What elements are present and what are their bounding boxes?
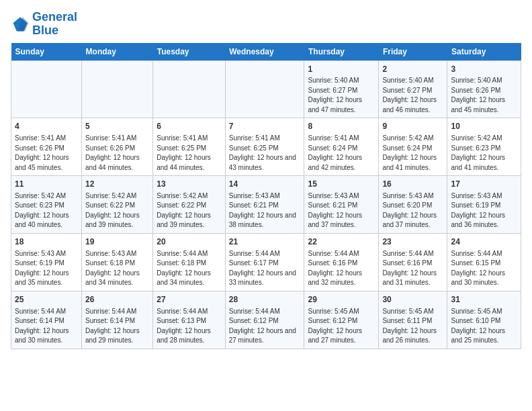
calendar-cell: 6Sunrise: 5:41 AM Sunset: 6:25 PM Daylig… xyxy=(153,118,226,176)
day-number: 24 xyxy=(451,236,517,248)
calendar-cell: 11Sunrise: 5:42 AM Sunset: 6:23 PM Dayli… xyxy=(11,176,82,234)
weekday-header: Friday xyxy=(379,43,447,61)
calendar-cell xyxy=(11,60,82,118)
calendar-week-row: 18Sunrise: 5:43 AM Sunset: 6:19 PM Dayli… xyxy=(11,233,521,291)
day-number: 16 xyxy=(382,179,443,190)
day-number: 9 xyxy=(382,121,443,132)
day-content: Sunrise: 5:42 AM Sunset: 6:22 PM Dayligh… xyxy=(157,191,222,230)
calendar-cell: 5Sunrise: 5:41 AM Sunset: 6:26 PM Daylig… xyxy=(82,118,153,176)
day-content: Sunrise: 5:43 AM Sunset: 6:19 PM Dayligh… xyxy=(451,191,517,230)
day-number: 5 xyxy=(85,121,149,132)
day-content: Sunrise: 5:44 AM Sunset: 6:12 PM Dayligh… xyxy=(229,307,301,346)
day-number: 25 xyxy=(15,294,78,306)
day-content: Sunrise: 5:43 AM Sunset: 6:20 PM Dayligh… xyxy=(382,191,443,230)
day-content: Sunrise: 5:45 AM Sunset: 6:10 PM Dayligh… xyxy=(451,307,517,346)
day-content: Sunrise: 5:44 AM Sunset: 6:13 PM Dayligh… xyxy=(157,307,222,346)
calendar-cell: 15Sunrise: 5:43 AM Sunset: 6:21 PM Dayli… xyxy=(304,176,379,234)
calendar-cell: 3Sunrise: 5:40 AM Sunset: 6:26 PM Daylig… xyxy=(447,60,521,118)
calendar-cell: 19Sunrise: 5:43 AM Sunset: 6:18 PM Dayli… xyxy=(82,233,153,291)
weekday-header: Thursday xyxy=(304,43,379,61)
calendar-week-row: 4Sunrise: 5:41 AM Sunset: 6:26 PM Daylig… xyxy=(11,118,521,176)
day-number: 14 xyxy=(229,179,301,190)
weekday-header: Monday xyxy=(82,43,153,61)
calendar-cell xyxy=(225,60,304,118)
day-content: Sunrise: 5:40 AM Sunset: 6:27 PM Dayligh… xyxy=(308,76,375,115)
day-content: Sunrise: 5:41 AM Sunset: 6:25 PM Dayligh… xyxy=(229,134,301,173)
calendar-cell: 25Sunrise: 5:44 AM Sunset: 6:14 PM Dayli… xyxy=(11,291,82,349)
calendar-cell: 18Sunrise: 5:43 AM Sunset: 6:19 PM Dayli… xyxy=(11,233,82,291)
day-content: Sunrise: 5:44 AM Sunset: 6:18 PM Dayligh… xyxy=(157,249,222,288)
calendar-cell: 16Sunrise: 5:43 AM Sunset: 6:20 PM Dayli… xyxy=(379,176,447,234)
calendar-week-row: 11Sunrise: 5:42 AM Sunset: 6:23 PM Dayli… xyxy=(11,176,521,234)
page-header: General Blue xyxy=(11,11,521,38)
weekday-header: Tuesday xyxy=(153,43,226,61)
calendar-cell: 2Sunrise: 5:40 AM Sunset: 6:27 PM Daylig… xyxy=(379,60,447,118)
day-content: Sunrise: 5:41 AM Sunset: 6:25 PM Dayligh… xyxy=(157,134,222,173)
day-content: Sunrise: 5:45 AM Sunset: 6:11 PM Dayligh… xyxy=(382,307,443,346)
calendar-cell: 29Sunrise: 5:45 AM Sunset: 6:12 PM Dayli… xyxy=(304,291,379,349)
calendar-cell: 10Sunrise: 5:42 AM Sunset: 6:23 PM Dayli… xyxy=(447,118,521,176)
day-content: Sunrise: 5:40 AM Sunset: 6:26 PM Dayligh… xyxy=(451,76,517,115)
calendar-cell: 27Sunrise: 5:44 AM Sunset: 6:13 PM Dayli… xyxy=(153,291,226,349)
logo-text: General Blue xyxy=(32,11,77,38)
calendar-cell: 26Sunrise: 5:44 AM Sunset: 6:14 PM Dayli… xyxy=(82,291,153,349)
day-number: 27 xyxy=(157,294,222,306)
logo-icon xyxy=(11,15,30,34)
day-content: Sunrise: 5:44 AM Sunset: 6:14 PM Dayligh… xyxy=(85,307,149,346)
day-number: 8 xyxy=(308,121,375,132)
day-content: Sunrise: 5:44 AM Sunset: 6:17 PM Dayligh… xyxy=(229,249,301,288)
calendar-cell: 21Sunrise: 5:44 AM Sunset: 6:17 PM Dayli… xyxy=(225,233,304,291)
day-number: 22 xyxy=(308,236,375,248)
calendar-cell: 22Sunrise: 5:44 AM Sunset: 6:16 PM Dayli… xyxy=(304,233,379,291)
day-content: Sunrise: 5:40 AM Sunset: 6:27 PM Dayligh… xyxy=(382,76,443,115)
calendar-cell: 9Sunrise: 5:42 AM Sunset: 6:24 PM Daylig… xyxy=(379,118,447,176)
calendar-cell: 12Sunrise: 5:42 AM Sunset: 6:22 PM Dayli… xyxy=(82,176,153,234)
day-content: Sunrise: 5:41 AM Sunset: 6:26 PM Dayligh… xyxy=(85,134,149,173)
calendar-cell: 7Sunrise: 5:41 AM Sunset: 6:25 PM Daylig… xyxy=(225,118,304,176)
day-number: 29 xyxy=(308,294,375,306)
day-number: 11 xyxy=(15,179,78,190)
calendar-cell xyxy=(153,60,226,118)
calendar-week-row: 25Sunrise: 5:44 AM Sunset: 6:14 PM Dayli… xyxy=(11,291,521,349)
calendar-cell: 23Sunrise: 5:44 AM Sunset: 6:16 PM Dayli… xyxy=(379,233,447,291)
day-content: Sunrise: 5:43 AM Sunset: 6:21 PM Dayligh… xyxy=(229,191,301,230)
day-number: 2 xyxy=(382,64,443,75)
day-content: Sunrise: 5:42 AM Sunset: 6:22 PM Dayligh… xyxy=(85,191,149,230)
day-number: 3 xyxy=(451,64,517,75)
day-number: 18 xyxy=(15,236,78,248)
day-content: Sunrise: 5:41 AM Sunset: 6:26 PM Dayligh… xyxy=(15,134,78,173)
day-number: 4 xyxy=(15,121,78,132)
day-number: 20 xyxy=(157,236,222,248)
day-content: Sunrise: 5:41 AM Sunset: 6:24 PM Dayligh… xyxy=(308,134,375,173)
day-number: 21 xyxy=(229,236,301,248)
day-number: 19 xyxy=(85,236,149,248)
calendar-cell: 31Sunrise: 5:45 AM Sunset: 6:10 PM Dayli… xyxy=(447,291,521,349)
day-number: 31 xyxy=(451,294,517,306)
day-content: Sunrise: 5:44 AM Sunset: 6:14 PM Dayligh… xyxy=(15,307,78,346)
calendar-week-row: 1Sunrise: 5:40 AM Sunset: 6:27 PM Daylig… xyxy=(11,60,521,118)
weekday-header: Sunday xyxy=(11,43,82,61)
day-number: 15 xyxy=(308,179,375,190)
day-content: Sunrise: 5:43 AM Sunset: 6:18 PM Dayligh… xyxy=(85,249,149,288)
calendar-cell: 28Sunrise: 5:44 AM Sunset: 6:12 PM Dayli… xyxy=(225,291,304,349)
day-number: 23 xyxy=(382,236,443,248)
logo: General Blue xyxy=(11,11,77,38)
calendar-cell: 30Sunrise: 5:45 AM Sunset: 6:11 PM Dayli… xyxy=(379,291,447,349)
calendar-cell: 20Sunrise: 5:44 AM Sunset: 6:18 PM Dayli… xyxy=(153,233,226,291)
calendar-cell: 1Sunrise: 5:40 AM Sunset: 6:27 PM Daylig… xyxy=(304,60,379,118)
calendar-cell: 13Sunrise: 5:42 AM Sunset: 6:22 PM Dayli… xyxy=(153,176,226,234)
weekday-header: Wednesday xyxy=(225,43,304,61)
weekday-header: Saturday xyxy=(447,43,521,61)
calendar-cell: 24Sunrise: 5:44 AM Sunset: 6:15 PM Dayli… xyxy=(447,233,521,291)
day-number: 28 xyxy=(229,294,301,306)
day-number: 6 xyxy=(157,121,222,132)
day-number: 13 xyxy=(157,179,222,190)
day-number: 17 xyxy=(451,179,517,190)
calendar-cell: 8Sunrise: 5:41 AM Sunset: 6:24 PM Daylig… xyxy=(304,118,379,176)
day-content: Sunrise: 5:42 AM Sunset: 6:23 PM Dayligh… xyxy=(15,191,78,230)
calendar-cell: 17Sunrise: 5:43 AM Sunset: 6:19 PM Dayli… xyxy=(447,176,521,234)
calendar-cell: 4Sunrise: 5:41 AM Sunset: 6:26 PM Daylig… xyxy=(11,118,82,176)
day-content: Sunrise: 5:43 AM Sunset: 6:19 PM Dayligh… xyxy=(15,249,78,288)
calendar-table: SundayMondayTuesdayWednesdayThursdayFrid… xyxy=(11,43,521,349)
calendar-cell: 14Sunrise: 5:43 AM Sunset: 6:21 PM Dayli… xyxy=(225,176,304,234)
